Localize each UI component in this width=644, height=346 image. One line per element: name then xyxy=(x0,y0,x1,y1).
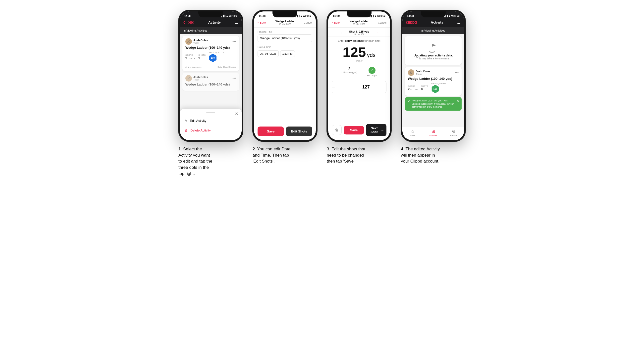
status-time-2: 14:38 xyxy=(258,14,266,17)
phone-4-frame: 14:38 ▐▐▐ ▲ WiFi 5G clippd Activity ☰ ⊞ … xyxy=(401,10,466,142)
score-label-4: Score xyxy=(408,85,418,87)
p1-header: clippd Activity ☰ xyxy=(180,18,242,27)
activities-icon: ⊞ xyxy=(432,129,435,134)
date-month: 03 xyxy=(265,52,268,55)
shot-title: Shot 6, 125 yds xyxy=(349,30,369,33)
phone-1-frame: 14:38 ▐▐▐ ▲ WiFi 5G clippd Activity ☰ ⊞ … xyxy=(178,10,243,142)
stats-grid-3: 2 Difference (yds) ✓ Hit Target xyxy=(328,65,390,79)
phone-2-col: 14:38 ▐▐▐ ▲ WiFi 5G < Back Wedge Ladder … xyxy=(251,10,318,165)
diff-label: Difference (yds) xyxy=(342,71,357,74)
edit-shots-button[interactable]: Edit Shots xyxy=(286,127,312,136)
phone-3-col: 14:39 ▐▐▐ ▲ WiFi 5G < Back Wedge Ladder … xyxy=(326,10,393,165)
phone-1-col: 14:38 ▐▐▐ ▲ WiFi 5G clippd Activity ☰ ⊞ … xyxy=(177,10,244,177)
avatar-4: JC xyxy=(408,69,414,76)
clippd-logo-4: clippd xyxy=(406,20,417,25)
shots-label-4: Shots xyxy=(421,85,428,87)
edit-activity-item[interactable]: ✎ Edit Activity xyxy=(180,116,242,126)
status-time-1: 14:38 xyxy=(184,14,191,17)
practice-title-input[interactable] xyxy=(258,34,312,42)
shots-group-1: Shots 9 xyxy=(198,54,206,60)
activity-card-4[interactable]: JC Josh Coles Today ••• Wedge Ladder (10… xyxy=(405,67,462,96)
save-button-2[interactable]: Save xyxy=(258,127,284,136)
score-val-1: 9 OUT OF xyxy=(186,56,195,60)
activity-card-2[interactable]: JC Josh Coles Today ••• Wedge Ladder (10… xyxy=(182,73,239,91)
sq-group-4: Shot Quality 118 xyxy=(431,83,446,93)
p2-nav: < Back Wedge Ladder 06 Mar 2023 Cancel xyxy=(254,18,316,28)
cancel-btn-3[interactable]: Cancel xyxy=(378,21,386,24)
toast-close-icon[interactable]: ✕ xyxy=(456,99,459,103)
phone-2-screen: 14:38 ▐▐▐ ▲ WiFi 5G < Back Wedge Ladder … xyxy=(254,11,316,140)
sheet-handle xyxy=(206,112,215,113)
updating-sub: This may take a few moments. xyxy=(416,57,450,60)
form-section-2: Practice Title Date & Time 06 / 03 / 202… xyxy=(254,28,316,60)
phone-4-screen: 14:38 ▐▐▐ ▲ WiFi 5G clippd Activity ☰ ⊞ … xyxy=(402,11,464,140)
activity-title-1: Wedge Ladder (100–140 yds) xyxy=(186,46,236,49)
hamburger-1[interactable]: ☰ xyxy=(235,20,238,25)
practice-title-label: Practice Title xyxy=(258,30,312,33)
sheet-close[interactable]: ✕ xyxy=(235,111,238,116)
shot-info: Shot 6, 125 yds Score 7/9 xyxy=(349,30,369,35)
user-name-1: Josh Coles xyxy=(193,39,208,42)
prev-shot-btn[interactable]: ← xyxy=(340,30,344,35)
capture-icon: ⊕ xyxy=(452,129,456,134)
stepper-input[interactable] xyxy=(337,82,386,92)
nav-item-home[interactable]: ⌂ Home xyxy=(402,129,423,137)
save-btn-3[interactable]: Save xyxy=(344,126,364,135)
phone-3-screen: 14:39 ▐▐▐ ▲ WiFi 5G < Back Wedge Ladder … xyxy=(328,11,390,140)
sq-label-4: Shot Quality xyxy=(431,83,446,85)
home-icon: ⌂ xyxy=(411,129,414,134)
user-name-4: Josh Coles xyxy=(416,70,430,73)
status-icons-2: ▐▐▐ ▲ WiFi 5G xyxy=(295,15,311,17)
phone-1-screen: 14:38 ▐▐▐ ▲ WiFi 5G clippd Activity ☰ ⊞ … xyxy=(180,11,242,140)
next-shot-label: Next Shot xyxy=(368,126,380,134)
bottom-nav-4: ⌂ Home ⊞ Activities ⊕ Capture xyxy=(402,126,464,140)
dots-menu-2[interactable]: ••• xyxy=(232,76,236,80)
shot-nav-row: ← Shot 6, 125 yds Score 7/9 → xyxy=(328,28,390,37)
shot-sub: Score 7/9 xyxy=(349,33,369,35)
stats-row-4: Score 7 OUT OF Shots 9 Shot Quality xyxy=(408,83,458,93)
bottom-sheet-1: ✕ ✎ Edit Activity 🗑 Delete Activity xyxy=(180,109,242,140)
difference-stat: 2 Difference (yds) xyxy=(342,67,357,77)
caption-4: 4. The edited Activity will then appear … xyxy=(401,146,466,165)
user-info-2: JC Josh Coles Today xyxy=(186,75,208,82)
next-shot-arrow-top[interactable]: → xyxy=(374,30,378,35)
notch-2 xyxy=(272,11,297,17)
back-btn-3[interactable]: < Back xyxy=(332,21,340,24)
dots-menu-1[interactable]: ••• xyxy=(232,39,236,43)
date-field[interactable]: 06 / 03 / 2023 xyxy=(258,50,279,57)
sq-badge-4: 118 xyxy=(431,85,440,93)
dots-menu-4[interactable]: ••• xyxy=(455,71,458,75)
user-meta-1: Josh Coles Today xyxy=(193,39,208,44)
sq-badge-1: 130 xyxy=(208,54,217,62)
user-date-2: Today xyxy=(193,79,208,81)
sq-label-1: Shot Quality xyxy=(208,51,224,54)
notch-3 xyxy=(347,11,372,17)
activity-card-1[interactable]: JC Josh Coles Today ••• Wedge Ladder (10… xyxy=(182,36,239,71)
delete-activity-item[interactable]: 🗑 Delete Activity xyxy=(180,126,242,135)
diff-val: 2 xyxy=(342,67,357,71)
hit-label: Hit Target xyxy=(367,74,377,77)
toast-text: "Wedge Ladder (100–140 yds)" was updated… xyxy=(412,99,455,109)
user-meta-4: Josh Coles Today xyxy=(416,70,430,75)
nav-center-3: Wedge Ladder 06 Mar 2023 xyxy=(350,20,368,25)
nav-item-activities[interactable]: ⊞ Activities xyxy=(423,129,444,137)
activity-title-2: Wedge Ladder (100–140 yds) xyxy=(186,83,236,86)
hamburger-4[interactable]: ☰ xyxy=(457,20,460,25)
back-btn-2[interactable]: < Back xyxy=(258,21,266,24)
caption-2: 2. You can edit Date and Time. Then tap … xyxy=(252,146,317,165)
decrement-btn[interactable]: − xyxy=(332,81,335,93)
next-arrow-icon: → xyxy=(381,128,384,132)
score-group-1: Score 9 OUT OF xyxy=(186,54,195,60)
cancel-btn-2[interactable]: Cancel xyxy=(304,21,312,24)
next-shot-btn[interactable]: Next Shot → xyxy=(366,124,386,136)
home-label: Home xyxy=(410,134,415,137)
nav-title-2: Wedge Ladder xyxy=(276,20,294,23)
delete-btn-3[interactable]: 🗑 xyxy=(332,125,342,135)
divider-info-1: ⓘ Test Information Data: Clippd Capture xyxy=(186,64,236,69)
p4-header: clippd Activity ☰ xyxy=(402,18,464,27)
header-title-4: Activity xyxy=(431,20,444,24)
nav-item-capture[interactable]: ⊕ Capture xyxy=(444,129,464,137)
hit-target-icon: ✓ xyxy=(368,67,376,74)
phones-row: 14:38 ▐▐▐ ▲ WiFi 5G clippd Activity ☰ ⊞ … xyxy=(177,10,467,177)
time-field[interactable]: 1:13 PM xyxy=(280,50,295,57)
